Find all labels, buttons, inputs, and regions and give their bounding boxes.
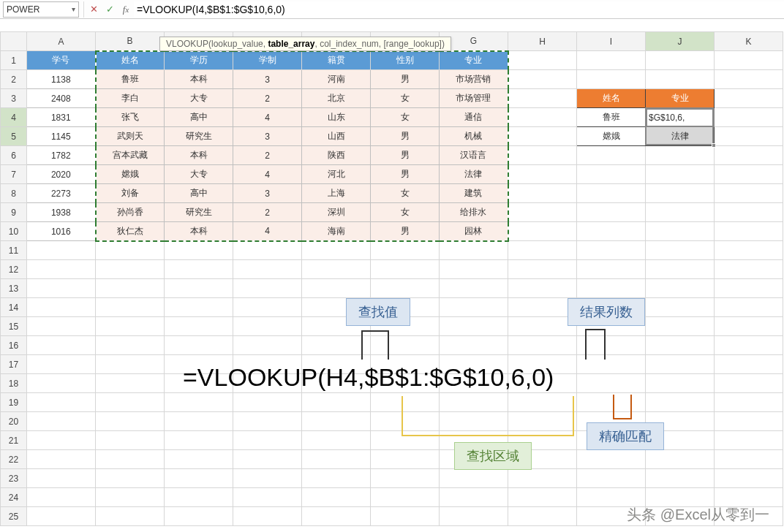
cell[interactable] (96, 412, 165, 431)
cell[interactable] (577, 146, 646, 165)
cell[interactable]: 李白 (96, 89, 165, 108)
cell[interactable] (646, 450, 715, 469)
cell[interactable]: 1016 (27, 222, 96, 241)
cell[interactable] (371, 260, 440, 279)
cell[interactable] (233, 298, 302, 317)
cell[interactable] (715, 241, 783, 260)
cell[interactable] (165, 260, 233, 279)
row-header[interactable]: 3 (1, 89, 27, 108)
cell[interactable]: 刘备 (96, 184, 165, 203)
cell[interactable]: 本科 (165, 146, 233, 165)
cell[interactable]: 学号 (27, 51, 96, 70)
cell[interactable]: 机械 (440, 127, 508, 146)
cell[interactable] (508, 260, 577, 279)
cancel-icon[interactable]: ✕ (86, 1, 102, 18)
col-header[interactable]: I (577, 32, 646, 51)
cell[interactable] (646, 374, 715, 393)
cell[interactable] (27, 241, 96, 260)
cell[interactable] (715, 146, 783, 165)
cell[interactable] (165, 241, 233, 260)
cell[interactable]: 孙尚香 (96, 203, 165, 222)
cell[interactable] (508, 108, 577, 127)
cell[interactable] (165, 431, 233, 450)
row-header[interactable]: 11 (1, 241, 27, 260)
cell[interactable]: 通信 (440, 108, 508, 127)
cell[interactable]: 4 (233, 108, 302, 127)
cell[interactable] (371, 450, 440, 469)
cell[interactable]: 学历 (165, 51, 233, 70)
fx-icon[interactable]: fx (118, 1, 134, 18)
fill-handle[interactable] (712, 143, 716, 148)
cell[interactable] (715, 488, 783, 507)
cell[interactable] (508, 241, 577, 260)
cell[interactable] (440, 336, 508, 355)
cell[interactable] (96, 355, 165, 374)
cell[interactable] (715, 260, 783, 279)
cell[interactable]: 4 (233, 165, 302, 184)
cell[interactable] (233, 241, 302, 260)
cell[interactable] (508, 507, 577, 526)
cell[interactable] (233, 336, 302, 355)
cell[interactable] (165, 412, 233, 431)
cell[interactable]: 男 (371, 70, 440, 89)
cell[interactable] (27, 488, 96, 507)
cell[interactable] (577, 374, 646, 393)
cell[interactable]: 3 (233, 184, 302, 203)
cell[interactable] (302, 507, 371, 526)
cell[interactable]: 鲁班 (577, 108, 646, 127)
col-header[interactable]: H (508, 32, 577, 51)
cell[interactable] (646, 393, 715, 412)
cell[interactable]: 学制 (233, 51, 302, 70)
cell[interactable] (715, 89, 783, 108)
cell[interactable] (96, 279, 165, 298)
cell[interactable] (715, 469, 783, 488)
cell[interactable]: 山东 (302, 108, 371, 127)
cell[interactable] (646, 165, 715, 184)
cell[interactable] (715, 336, 783, 355)
cell[interactable] (233, 450, 302, 469)
row-header[interactable]: 22 (1, 450, 27, 469)
cell[interactable]: 河南 (302, 70, 371, 89)
cell[interactable]: 北京 (302, 89, 371, 108)
row-header[interactable]: 15 (1, 317, 27, 336)
col-header[interactable]: J (646, 32, 715, 51)
cell[interactable] (233, 317, 302, 336)
spreadsheet-grid[interactable]: ABCDEFGHIJK1学号姓名学历学制籍贯性别专业21138鲁班本科3河南男市… (0, 31, 784, 526)
cell[interactable] (302, 393, 371, 412)
cell[interactable] (96, 393, 165, 412)
col-header[interactable]: K (715, 32, 783, 51)
cell[interactable]: 法律 (440, 165, 508, 184)
cell[interactable]: 高中 (165, 184, 233, 203)
cell[interactable] (715, 431, 783, 450)
cell[interactable] (646, 355, 715, 374)
cell[interactable] (96, 241, 165, 260)
cell[interactable] (715, 108, 783, 127)
cell[interactable] (371, 241, 440, 260)
row-header[interactable]: 18 (1, 374, 27, 393)
cell[interactable] (165, 469, 233, 488)
cell[interactable]: 2 (233, 203, 302, 222)
cell[interactable] (440, 507, 508, 526)
cell[interactable]: 1138 (27, 70, 96, 89)
cell[interactable] (646, 488, 715, 507)
cell[interactable]: 研究生 (165, 127, 233, 146)
cell[interactable] (508, 127, 577, 146)
cell[interactable] (165, 507, 233, 526)
cell[interactable] (27, 260, 96, 279)
cell[interactable] (96, 260, 165, 279)
cell[interactable] (508, 469, 577, 488)
cell[interactable] (27, 393, 96, 412)
cell[interactable]: 男 (371, 146, 440, 165)
cell[interactable] (371, 279, 440, 298)
cell[interactable]: 2020 (27, 165, 96, 184)
row-header[interactable]: 1 (1, 51, 27, 70)
row-header[interactable]: 2 (1, 70, 27, 89)
cell[interactable] (577, 450, 646, 469)
cell[interactable] (715, 355, 783, 374)
cell[interactable] (508, 298, 577, 317)
cell[interactable] (646, 51, 715, 70)
cell[interactable] (646, 184, 715, 203)
cell[interactable] (371, 488, 440, 507)
cell[interactable] (302, 260, 371, 279)
cell[interactable] (233, 507, 302, 526)
